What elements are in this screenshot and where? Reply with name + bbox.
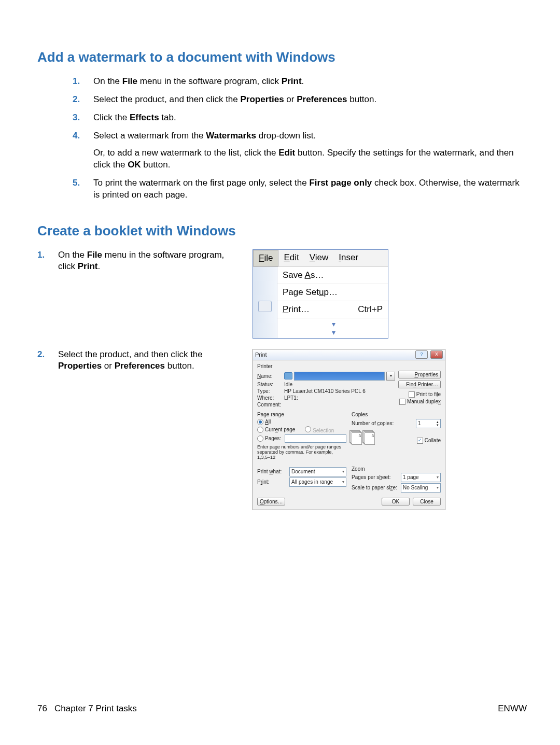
menu-expand-icon[interactable]: ▾▾: [277, 318, 388, 338]
step-text: Click the Effects tab.: [93, 113, 176, 122]
type-value: HP LaserJet CM1410 Series PCL 6: [284, 388, 366, 394]
dialog-title: Print: [255, 352, 267, 358]
ok-button[interactable]: OK: [382, 498, 410, 505]
step-num: 2.: [73, 94, 80, 106]
close-button[interactable]: Close: [413, 498, 441, 505]
range-all-label: All: [265, 419, 271, 425]
range-selection-label: Selection: [313, 428, 334, 433]
step-text: On the File menu in the software program…: [93, 76, 304, 86]
title-help-button[interactable]: ?: [415, 350, 428, 359]
step-text: To print the watermark on the first page…: [93, 178, 520, 200]
menu-insert[interactable]: InserInser: [333, 250, 363, 266]
scale-select[interactable]: No Scaling▾: [401, 483, 441, 493]
range-hint: Enter page numbers and/or page ranges se…: [257, 444, 346, 460]
collate-checkbox[interactable]: [417, 438, 423, 444]
copies-number-input[interactable]: 1▴▾: [416, 419, 441, 428]
copies-legend: Copies: [352, 412, 441, 417]
printer-group: Printer Name:Name: ▾ Status:Idle Type:HP…: [257, 363, 441, 409]
booklet-step-1: 1. On the File menu in the software prog…: [37, 249, 242, 273]
range-pages-radio[interactable]: [257, 435, 263, 442]
watermark-steps: 1. On the File menu in the software prog…: [73, 76, 527, 207]
pps-label: Pages per sheet:: [352, 474, 401, 480]
print-to-file-checkbox[interactable]: [409, 391, 415, 398]
step-text: Select a watermark from the Watermarks d…: [93, 131, 316, 140]
zoom-legend: Zoom: [352, 466, 441, 472]
properties-button[interactable]: PropertiesProperties: [398, 371, 441, 378]
status-label: Status:: [257, 382, 284, 387]
range-pages-label: Pages:: [265, 435, 281, 441]
step-text: Select the product, and then click the P…: [58, 349, 203, 371]
print-scope-select[interactable]: All pages in range▾: [289, 477, 346, 487]
print-scope-label: Print:: [257, 479, 289, 485]
heading-watermark: Add a watermark to a document with Windo…: [37, 49, 527, 65]
step-text: Select the product, and then click the P…: [93, 94, 376, 104]
pages-input[interactable]: [285, 434, 346, 443]
range-all-radio[interactable]: [257, 419, 263, 425]
step-3: 3. Click the Effects tab.: [73, 112, 527, 130]
footer-right: ENWW: [498, 704, 527, 714]
where-label: Where:: [257, 395, 284, 401]
menu-edit[interactable]: EditEdit: [278, 250, 304, 266]
menu-save-as[interactable]: Save As…Save As…: [277, 267, 388, 284]
title-close-button[interactable]: X: [430, 350, 443, 359]
where-value: LPT1:: [284, 395, 298, 401]
copies-group: Copies Number of copies:Number of copies…: [352, 412, 441, 460]
step-num: 1.: [37, 249, 45, 261]
name-label: Name:: [257, 373, 284, 379]
heading-booklet: Create a booklet with Windows: [37, 223, 527, 239]
step-num: 4.: [73, 130, 80, 142]
range-current-label: Current page: [265, 427, 295, 432]
page-range-group: Page range AllAll Current pageCurrent pa…: [257, 412, 346, 460]
print-what-select[interactable]: Document▾: [289, 467, 346, 476]
printer-icon: [258, 301, 272, 312]
comment-label: Comment:: [257, 402, 284, 407]
pps-select[interactable]: 1 page▾: [401, 473, 441, 482]
print-dialog: Print ? X Printer Name:Name:: [253, 349, 445, 510]
collate-label: Collate: [425, 438, 441, 443]
spinner-icon[interactable]: ▴▾: [437, 420, 439, 427]
scale-label: Scale to paper size:: [352, 485, 401, 490]
printer-legend: Printer: [257, 363, 441, 369]
booklet-step-2: 2. Select the product, and then click th…: [37, 349, 242, 373]
printer-device-icon: [284, 372, 292, 379]
manual-duplex-checkbox[interactable]: [399, 399, 405, 405]
manual-duplex-label: Manual duplex: [407, 399, 441, 404]
collate-diagram-icon: 33: [352, 432, 377, 445]
step-text: On the File menu in the software program…: [58, 250, 224, 272]
step-num: 1.: [73, 76, 80, 88]
print-to-file-label: Print to file: [416, 391, 441, 397]
step-num: 3.: [73, 112, 80, 124]
dropdown-icon[interactable]: ▾: [386, 372, 395, 381]
menu-view[interactable]: ViewView: [304, 250, 334, 266]
printer-name-select[interactable]: [294, 372, 385, 381]
menu-file[interactable]: FFileile: [253, 250, 278, 266]
print-what-label: Print what:: [257, 469, 289, 474]
step-4: 4. Select a watermark from the Watermark…: [73, 130, 527, 177]
type-label: Type:: [257, 388, 284, 394]
status-value: Idle: [284, 382, 292, 387]
file-menu-screenshot: FFileile EditEdit ViewView InserInser Sa…: [253, 249, 388, 339]
step-2: 2. Select the product, and then click th…: [73, 94, 527, 112]
menu-print[interactable]: Print… Ctrl+P Print…: [277, 301, 388, 318]
find-printer-button[interactable]: Find Printer…Find Printer…: [398, 381, 441, 388]
step-num: 5.: [73, 177, 80, 189]
range-current-radio[interactable]: [257, 427, 263, 433]
options-button[interactable]: Options…Options…: [257, 498, 285, 505]
footer-left: 76 Chapter 7 Print tasks: [37, 704, 137, 714]
copies-number-label: Number of copies:: [352, 420, 416, 426]
shortcut-text: Ctrl+P: [358, 304, 383, 315]
step-5: 5. To print the watermark on the first p…: [73, 177, 527, 207]
step-subtext: Or, to add a new watermark to the list, …: [93, 147, 527, 171]
page-range-legend: Page range: [257, 412, 346, 417]
step-num: 2.: [37, 349, 45, 361]
range-selection-radio: [305, 426, 311, 432]
menu-page-setup[interactable]: Page Setup…Page Setup…: [277, 284, 388, 301]
step-1: 1. On the File menu in the software prog…: [73, 76, 527, 94]
